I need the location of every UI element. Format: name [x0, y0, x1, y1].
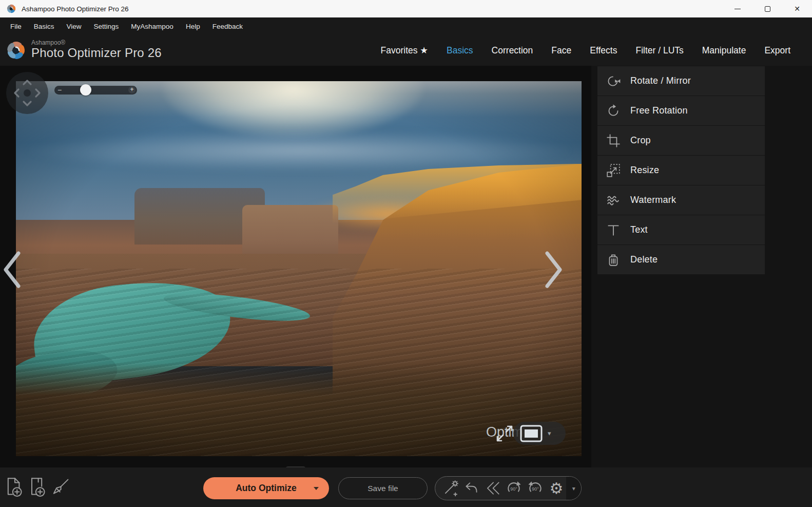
- free-rotation-icon: [606, 103, 621, 119]
- sidebar-item-label: Resize: [630, 165, 659, 176]
- undo-icon: [463, 480, 480, 497]
- undo-all-icon: [485, 480, 501, 497]
- app-window: Ashampoo Photo Optimizer Pro 26 ✕ File B…: [0, 0, 812, 507]
- close-icon: ✕: [794, 5, 800, 12]
- broom-icon: [51, 478, 70, 496]
- sidebar-item-label: Crop: [630, 135, 651, 146]
- delete-icon: [606, 252, 621, 268]
- magic-wand-button[interactable]: [440, 478, 460, 499]
- tab-favorites[interactable]: Favorites ★: [372, 45, 438, 56]
- sidebar-item-resize[interactable]: Resize: [597, 156, 765, 185]
- pan-arrows-icon: [8, 73, 47, 112]
- tab-correction[interactable]: Correction: [482, 45, 543, 56]
- tab-basics[interactable]: Basics: [437, 45, 482, 56]
- zoom-out-icon[interactable]: −: [57, 87, 62, 93]
- display-mode-icon: [520, 425, 543, 442]
- app-logo-icon: [6, 4, 16, 14]
- sidebar-item-text[interactable]: Text: [597, 215, 765, 245]
- auto-optimize-dropdown-icon[interactable]: [314, 487, 319, 490]
- sidebar-item-free-rotation[interactable]: Free Rotation: [597, 96, 765, 125]
- menu-help[interactable]: Help: [181, 23, 205, 30]
- bottom-toolbar: Auto Optimize Save file: [0, 467, 812, 507]
- settings-button[interactable]: ⚙: [547, 478, 566, 499]
- auto-optimize-button[interactable]: Auto Optimize: [203, 477, 329, 499]
- undo-button[interactable]: [461, 478, 481, 499]
- sidebar-item-label: Text: [630, 224, 648, 235]
- menu-feedback[interactable]: Feedback: [207, 23, 248, 30]
- brand-logo-icon: [5, 40, 27, 61]
- menu-basics[interactable]: Basics: [29, 23, 60, 30]
- rotate-mirror-icon: [606, 73, 621, 89]
- text-icon: [606, 222, 621, 238]
- expand-compare-icon[interactable]: [494, 423, 515, 444]
- app-header: Ashampoo® Photo Optimizer Pro 26 Favorit…: [0, 35, 812, 66]
- view-mode-button[interactable]: ▾: [513, 422, 566, 445]
- undo-all-button[interactable]: [483, 478, 502, 499]
- sidebar-item-delete[interactable]: Delete: [597, 245, 765, 274]
- close-button[interactable]: ✕: [782, 0, 812, 17]
- watermark-icon: [606, 193, 621, 208]
- maximize-button[interactable]: [752, 0, 782, 17]
- sidebar-item-label: Rotate / Mirror: [630, 76, 691, 86]
- main-area: − + Optim ▾: [0, 66, 812, 467]
- dropdown-caret-icon: ▾: [572, 485, 575, 492]
- sidebar-item-crop[interactable]: Crop: [597, 126, 765, 155]
- edit-actions-group: 90° 90° ⚙ ▾: [435, 476, 582, 500]
- edit-actions-dropdown[interactable]: ▾: [566, 476, 581, 500]
- pan-control[interactable]: [6, 72, 48, 114]
- view-mode-caret-icon[interactable]: ▾: [548, 429, 551, 437]
- minimize-button[interactable]: [723, 0, 752, 17]
- gear-icon: ⚙: [550, 481, 564, 496]
- sidebar-item-label: Watermark: [630, 195, 676, 205]
- window-title: Ashampoo Photo Optimizer Pro 26: [22, 5, 129, 13]
- brand-sup: Ashampoo®: [31, 39, 162, 46]
- add-files-button[interactable]: [28, 476, 48, 498]
- auto-optimize-label: Auto Optimize: [236, 483, 297, 494]
- tab-export[interactable]: Export: [755, 45, 800, 56]
- rotate-right-90-icon: 90°: [526, 479, 545, 498]
- minimize-icon: [734, 9, 741, 9]
- zoom-in-icon[interactable]: +: [128, 86, 136, 93]
- sidebar-item-label: Free Rotation: [630, 105, 688, 116]
- brand: Ashampoo® Photo Optimizer Pro 26: [5, 39, 162, 61]
- add-file-icon: [6, 476, 24, 498]
- tab-effects[interactable]: Effects: [581, 45, 626, 56]
- main-tabs: Favorites ★ Basics Correction Face Effec…: [372, 35, 800, 66]
- tools-sidebar: Rotate / Mirror Free Rotation: [591, 66, 812, 467]
- title-bar: Ashampoo Photo Optimizer Pro 26 ✕: [0, 0, 812, 17]
- save-file-label: Save file: [368, 484, 398, 493]
- tab-manipulate[interactable]: Manipulate: [693, 45, 756, 56]
- sidebar-item-label: Delete: [630, 254, 658, 265]
- rotate-left-90-button[interactable]: 90°: [504, 478, 524, 499]
- zoom-slider[interactable]: − +: [54, 86, 137, 95]
- magic-wand-icon: [441, 480, 459, 497]
- rotate-left-90-icon: 90°: [505, 479, 523, 498]
- next-image-button[interactable]: [544, 251, 564, 289]
- zoom-slider-knob[interactable]: [80, 84, 91, 96]
- save-file-button[interactable]: Save file: [338, 477, 428, 499]
- tab-face[interactable]: Face: [542, 45, 581, 56]
- add-files-icon: [29, 476, 47, 498]
- menu-myashampoo[interactable]: MyAshampoo: [126, 23, 179, 30]
- clear-list-button[interactable]: [51, 476, 70, 498]
- page-title: Photo Optimizer Pro 26: [31, 46, 162, 60]
- add-file-button[interactable]: [5, 476, 25, 498]
- crop-icon: [606, 133, 621, 148]
- maximize-icon: [765, 6, 770, 12]
- previous-image-button[interactable]: [2, 251, 22, 289]
- rotate-left-degrees: 90°: [511, 486, 518, 491]
- menu-settings[interactable]: Settings: [89, 23, 124, 30]
- resize-icon: [606, 163, 621, 178]
- photo-vignette: [16, 81, 582, 456]
- photo-canvas[interactable]: [16, 81, 582, 456]
- sidebar-item-watermark[interactable]: Watermark: [597, 185, 765, 215]
- menu-view[interactable]: View: [62, 23, 87, 30]
- rotate-right-90-button[interactable]: 90°: [526, 478, 545, 499]
- tab-filter-luts[interactable]: Filter / LUTs: [626, 45, 692, 56]
- menu-bar: File Basics View Settings MyAshampoo Hel…: [0, 17, 812, 35]
- menu-file[interactable]: File: [5, 23, 27, 30]
- sidebar-item-rotate-mirror[interactable]: Rotate / Mirror: [597, 66, 765, 96]
- rotate-right-degrees: 90°: [532, 486, 539, 491]
